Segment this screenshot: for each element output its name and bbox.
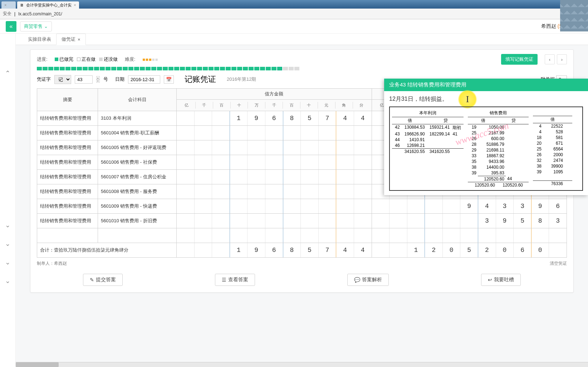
chevron-down-icon[interactable]: ⌄ — [5, 240, 10, 248]
col-debit: 借方金额 — [177, 89, 372, 100]
task-panel: 业务43 结转销售费用和管理费用 12月31日，结转损益。 I www.acc5… — [384, 79, 588, 195]
close-icon[interactable]: × — [74, 3, 76, 7]
text-cursor-highlight: I — [458, 90, 477, 109]
next-button[interactable]: › — [557, 54, 567, 64]
difficulty-label: 难度: — [125, 56, 136, 63]
table-row-total: 合计：壹拾玖万陆仟捌佰伍拾柒元肆角肆分1968574412052060 — [37, 243, 567, 258]
voucher-word-select[interactable]: 记 — [54, 75, 71, 84]
browser-tab-blank[interactable]: × — [1, 1, 16, 9]
chevron-down-icon[interactable]: ⌄ — [5, 277, 10, 285]
num-down[interactable]: ▾ — [96, 79, 100, 83]
progress-legend: 已做完 正在做 还没做 — [55, 56, 118, 63]
tab-directory[interactable]: 实操目录表 — [23, 34, 56, 45]
chevron-down-icon: ⌄ — [44, 24, 48, 29]
progress-blocks[interactable] — [37, 67, 567, 70]
table-row-blank[interactable] — [37, 228, 567, 243]
app-topbar: « 商贸零售 ⌄ 希西赵 (SVIP会员) — [0, 19, 588, 34]
voucher-title: 记账凭证 — [185, 74, 216, 85]
reference-ledger: www.acc5.com 本年利润 借贷 42130884.53159321.4… — [389, 106, 583, 191]
task-description: 12月31日，结转损益。 I — [389, 95, 583, 103]
chevron-up-icon[interactable]: ⌃ — [5, 69, 10, 77]
calendar-icon[interactable]: 📅 — [164, 75, 174, 84]
scrollbar-thumb[interactable] — [16, 362, 59, 367]
business-type-select[interactable]: 商贸零售 ⌄ — [20, 21, 52, 31]
prev-button[interactable]: ‹ — [545, 54, 555, 64]
voucher-period: 2016年第12期 — [227, 76, 256, 83]
view-answer-button[interactable]: ☰查看答案 — [215, 274, 255, 286]
pencil-icon: ✎ — [90, 277, 94, 283]
difficulty-stars: ■■■■■ — [142, 57, 158, 62]
task-header: 业务43 结转销售费用和管理费用 — [384, 79, 588, 91]
browser-tab-active[interactable]: 🗎 会计学堂实操中心_会计实 × — [17, 1, 79, 9]
tab-title: 会计学堂实操中心_会计实 — [26, 3, 72, 8]
close-icon[interactable]: × — [4, 3, 6, 7]
submit-answer-button[interactable]: ✎提交答案 — [83, 274, 123, 286]
reply-icon: ↩ — [488, 277, 492, 283]
main-content: 实操目录表 做凭证 × 进度: 已做完 正在做 还没做 难度: ■■■■■ 填写… — [16, 34, 588, 367]
sidebar-collapse-button[interactable]: « — [6, 21, 16, 32]
tab-voucher[interactable]: 做凭证 × — [56, 34, 86, 45]
chevron-down-icon[interactable]: ⌄ — [5, 221, 10, 229]
left-sidebar: ⌃ ⌄ ⌄ ⌄ ⌄ — [0, 34, 16, 367]
col-subject: 会计科目 — [98, 89, 177, 111]
list-icon: ☰ — [222, 277, 226, 283]
horizontal-scrollbar[interactable] — [16, 362, 588, 367]
clear-voucher-link[interactable]: 清空凭证 — [550, 261, 567, 267]
fill-voucher-button[interactable]: 填写记账凭证 — [501, 54, 538, 65]
close-icon[interactable]: × — [78, 37, 80, 42]
num-up[interactable]: ▴ — [96, 76, 100, 79]
page-icon: 🗎 — [20, 3, 24, 7]
feedback-button[interactable]: ↩我要吐槽 — [481, 274, 521, 286]
browser-tab-strip: × 🗎 会计学堂实操中心_会计实 × — [0, 0, 588, 9]
col-summary: 摘要 — [37, 89, 98, 111]
voucher-number-input[interactable] — [75, 75, 93, 84]
date-input[interactable] — [128, 75, 160, 84]
address-bar: 安全 | lx.acc5.com/main_201/ — [0, 9, 588, 19]
table-row[interactable]: 结转销售费用和管理费用5601009 销售费用 - 快递费943396 — [37, 199, 567, 214]
table-row[interactable]: 结转销售费用和管理费用5601010 销售费用 - 折旧费39583 — [37, 214, 567, 228]
progress-label: 进度: — [37, 56, 48, 63]
inner-tabs: 实操目录表 做凭证 × — [16, 34, 588, 45]
url-text[interactable]: lx.acc5.com/main_201/ — [18, 11, 62, 16]
chevron-down-icon[interactable]: ⌄ — [5, 258, 10, 266]
answer-analysis-button[interactable]: 💬答案解析 — [347, 274, 389, 286]
webcam-overlay — [560, 0, 588, 31]
chat-icon: 💬 — [354, 277, 360, 283]
security-label: 安全 — [3, 11, 11, 17]
username: 希西赵 — [541, 23, 556, 29]
maker-name: 希西赵 — [54, 261, 67, 266]
